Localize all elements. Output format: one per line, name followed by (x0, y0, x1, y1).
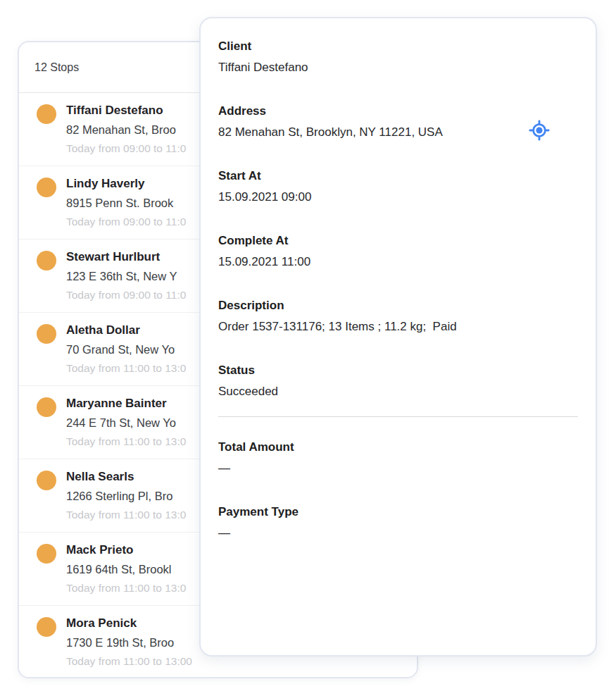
description-field: Description Order 1537-131176; 13 Items … (218, 297, 578, 335)
payment-type-field: Payment Type — (218, 504, 578, 542)
total-amount-field: Total Amount — (218, 439, 578, 477)
my-location-icon (529, 120, 550, 141)
start-at-value: 15.09.2021 09:00 (218, 189, 578, 206)
stop-marker-icon (37, 104, 56, 124)
divider (218, 416, 578, 417)
stop-marker-icon (37, 178, 56, 197)
stop-detail-panel: Client Tiffani Destefano Address 82 Mena… (199, 17, 597, 657)
status-field: Status Succeeded (218, 362, 578, 400)
stop-marker-icon (37, 617, 56, 637)
complete-at-value: 15.09.2021 11:00 (218, 254, 578, 271)
address-value: 82 Menahan St, Brooklyn, NY 11221, USA (218, 124, 578, 141)
total-amount-label: Total Amount (218, 439, 578, 456)
stop-marker-icon (37, 397, 56, 417)
client-label: Client (218, 38, 578, 55)
stops-count-label: 12 Stops (34, 61, 79, 74)
description-value: Order 1537-131176; 13 Items ; 11.2 kg; P… (218, 318, 578, 335)
stop-marker-icon (37, 544, 56, 564)
address-field: Address 82 Menahan St, Brooklyn, NY 1122… (218, 103, 578, 141)
stop-marker-icon (37, 251, 56, 271)
stop-marker-icon (37, 324, 56, 344)
client-field: Client Tiffani Destefano (218, 38, 578, 76)
address-label: Address (218, 103, 578, 120)
complete-at-label: Complete At (218, 232, 578, 249)
locate-on-map-button[interactable] (529, 120, 550, 141)
payment-type-label: Payment Type (218, 504, 578, 521)
status-value: Succeeded (218, 383, 578, 400)
stop-marker-icon (37, 471, 56, 490)
payment-type-value: — (218, 525, 578, 542)
start-at-label: Start At (218, 168, 578, 185)
start-at-field: Start At 15.09.2021 09:00 (218, 168, 578, 206)
description-label: Description (218, 297, 578, 314)
complete-at-field: Complete At 15.09.2021 11:00 (218, 232, 578, 271)
total-amount-value: — (218, 460, 578, 477)
status-label: Status (218, 362, 578, 379)
client-value: Tiffani Destefano (218, 59, 578, 76)
